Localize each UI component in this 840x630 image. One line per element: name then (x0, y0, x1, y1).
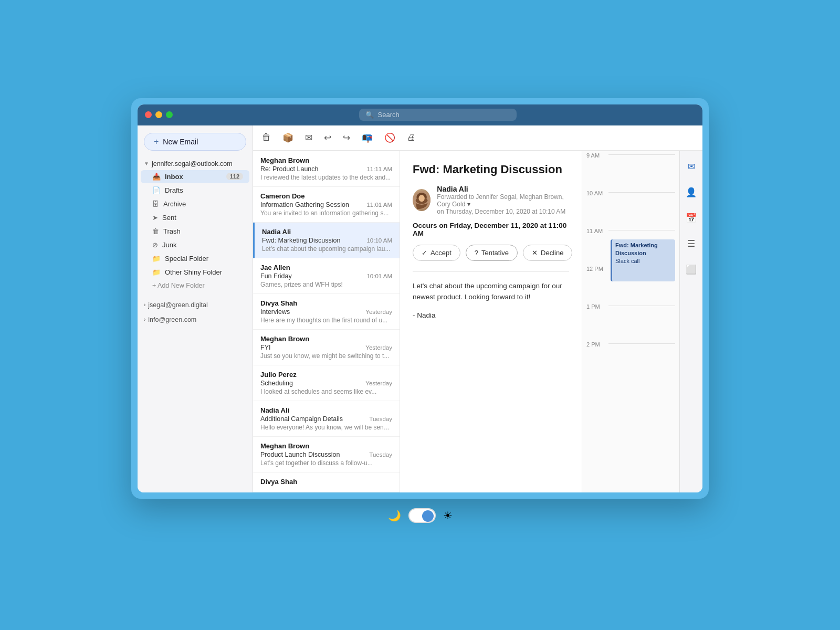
add-folder-button[interactable]: + Add New Folder (141, 279, 249, 292)
email-header-row: Product Launch Discussion Tuesday (260, 451, 392, 458)
email-sender: Julio Perez (260, 371, 392, 379)
email-sender: Meghan Brown (260, 442, 392, 450)
reading-divider (413, 271, 569, 272)
content-split: Meghan Brown Re: Product Launch 11:11 AM… (253, 151, 702, 492)
folder-icon-other: 📁 (152, 268, 161, 276)
decline-button[interactable]: ✕ Decline (523, 245, 572, 261)
sidebar-item-junk[interactable]: ⊘ Junk (141, 238, 249, 251)
sidebar-item-special-folder[interactable]: 📁 Special Folder (141, 252, 249, 265)
add-folder-label: + Add New Folder (152, 282, 205, 289)
time-line (608, 154, 675, 155)
icon-rail: ✉ 👤 📅 ☰ ⬜ (679, 151, 702, 492)
reading-area: Fwd: Marketing Discussion (400, 151, 679, 492)
time-label: 10 AM (586, 189, 608, 196)
tentative-button[interactable]: ? Tentative (466, 245, 518, 261)
email-list-item[interactable]: Cameron Doe Information Gathering Sessio… (253, 187, 400, 223)
delete-button[interactable]: 🗑 (260, 131, 272, 144)
email-subject: Scheduling (260, 380, 293, 387)
chevron-right-icon-2: › (144, 317, 145, 322)
rail-contacts-icon[interactable]: 👤 (683, 184, 699, 201)
email-sender: Meghan Brown (260, 335, 392, 343)
email-sender: Nadia Ali (260, 406, 392, 414)
email-list: Meghan Brown Re: Product Launch 11:11 AM… (253, 151, 400, 492)
avatar (413, 189, 430, 211)
search-icon: 🔍 (365, 111, 374, 119)
sidebar-item-archive[interactable]: 🗄 Archive (141, 197, 249, 211)
reading-pane: Fwd: Marketing Discussion (400, 151, 582, 492)
email-preview: Here are my thoughts on the first round … (260, 317, 392, 324)
email-list-item[interactable]: Jae Allen Fun Friday 10:01 AM Games, pri… (253, 258, 400, 294)
accept-button[interactable]: ✓ Accept (413, 245, 460, 261)
reply-button[interactable]: ↩ (322, 131, 333, 145)
email-header-row: Re: Product Launch 11:11 AM (260, 165, 392, 173)
email-header-row: FYI Yesterday (260, 344, 392, 351)
email-list-item[interactable]: Divya Shah Interviews Yesterday Here are… (253, 294, 400, 330)
sent-icon: ➤ (152, 214, 158, 222)
account-section-outlook: ▼ jennifer.segal@outlook.com 📥 Inbox 112… (138, 158, 253, 292)
traffic-lights (145, 111, 173, 118)
x-icon: ✕ (532, 249, 538, 257)
mark-read-button[interactable]: ✉ (303, 131, 314, 145)
block-button[interactable]: 🚫 (383, 131, 397, 145)
time-line (608, 343, 675, 344)
email-preview: You are invited to an information gather… (260, 209, 392, 217)
calendar-pane: 9 AM 10 AM 11 AM 12 PM 1 PM 2 PM Fwd: Ma… (582, 151, 679, 492)
search-bar[interactable]: 🔍 (359, 109, 517, 121)
forward-button[interactable]: ↪ (341, 131, 352, 145)
theme-toggle[interactable] (408, 508, 436, 523)
inbox-icon: 📥 (152, 173, 161, 181)
email-list-item[interactable]: Julio Perez Scheduling Yesterday I looke… (253, 365, 400, 401)
email-preview: Hello everyone! As you know, we will be … (260, 424, 392, 431)
rail-calendar-icon[interactable]: 📅 (683, 210, 699, 226)
move-button[interactable]: 📭 (360, 131, 374, 145)
print-button[interactable]: 🖨 (405, 131, 417, 144)
rail-notes-icon[interactable]: ⬜ (683, 261, 699, 278)
email-list-item[interactable]: Nadia Ali Additional Campaign Details Tu… (253, 401, 400, 437)
search-input[interactable] (378, 111, 510, 119)
email-subject: FYI (260, 344, 270, 351)
email-sender: Meghan Brown (260, 156, 392, 164)
email-preview: I looked at schedules and seems like ev.… (260, 388, 392, 395)
email-list-item[interactable]: Meghan Brown FYI Yesterday Just so you k… (253, 330, 400, 365)
sidebar-item-drafts[interactable]: 📄 Drafts (141, 184, 249, 197)
new-email-button[interactable]: + New Email (144, 133, 246, 151)
toolbar-area: 🗑 📦 ✉ ↩ ↪ 📭 🚫 🖨 Meghan Brown Re: Produc (253, 125, 702, 492)
rail-mail-icon[interactable]: ✉ (685, 159, 698, 175)
minimize-button[interactable] (155, 111, 162, 118)
expand-recipients-button[interactable]: ▾ (467, 201, 470, 208)
to-line: Forwarded to Jennifer Segal, Meghan Brow… (437, 193, 569, 208)
sidebar-item-other-shiny-folder[interactable]: 📁 Other Shiny Folder (141, 266, 249, 279)
toggle-knob (422, 510, 434, 522)
account-header-outlook[interactable]: ▼ jennifer.segal@outlook.com (138, 158, 253, 170)
sidebar: + New Email ▼ jennifer.segal@outlook.com… (138, 125, 253, 492)
email-list-item[interactable]: Nadia Ali Fwd: Marketing Discussion 10:1… (253, 223, 400, 258)
archive-button[interactable]: 📦 (281, 131, 295, 145)
rail-tasks-icon[interactable]: ☰ (685, 236, 698, 252)
calendar-event[interactable]: Fwd: Marketing DiscussionSlack call (611, 239, 675, 281)
titlebar: 🔍 (138, 104, 702, 125)
sidebar-item-sent[interactable]: ➤ Sent (141, 211, 249, 224)
maximize-button[interactable] (166, 111, 173, 118)
email-list-item[interactable]: Divya Shah (253, 472, 400, 492)
sun-icon: ☀ (443, 509, 453, 522)
collapsed-account-green-digital[interactable]: › jsegal@green.digital (138, 299, 253, 311)
email-subject: Interviews (260, 308, 290, 316)
moon-icon: 🌙 (388, 509, 401, 522)
collapsed-account-info-green[interactable]: › info@green.com (138, 313, 253, 326)
email-subject: Additional Campaign Details (260, 415, 343, 423)
plus-icon: + (154, 137, 159, 146)
email-list-item[interactable]: Meghan Brown Product Launch Discussion T… (253, 437, 400, 472)
email-preview: Let's get together to discuss a follow-u… (260, 459, 392, 467)
email-header-row: Additional Campaign Details Tuesday (260, 415, 392, 423)
new-email-label: New Email (163, 138, 198, 146)
sender-info: Nadia Ali Forwarded to Jennifer Segal, M… (437, 185, 569, 215)
sidebar-item-inbox[interactable]: 📥 Inbox 112 (141, 170, 249, 183)
email-list-item[interactable]: Meghan Brown Re: Product Launch 11:11 AM… (253, 151, 400, 187)
close-button[interactable] (145, 111, 152, 118)
folder-label-other: Other Shiny Folder (165, 268, 222, 276)
email-preview: Games, prizes and WFH tips! (260, 281, 392, 288)
folder-label-sent: Sent (162, 214, 176, 222)
sidebar-item-trash[interactable]: 🗑 Trash (141, 225, 249, 238)
event-subtitle: Slack call (615, 258, 639, 264)
account-email-info-green: info@green.com (148, 316, 196, 323)
